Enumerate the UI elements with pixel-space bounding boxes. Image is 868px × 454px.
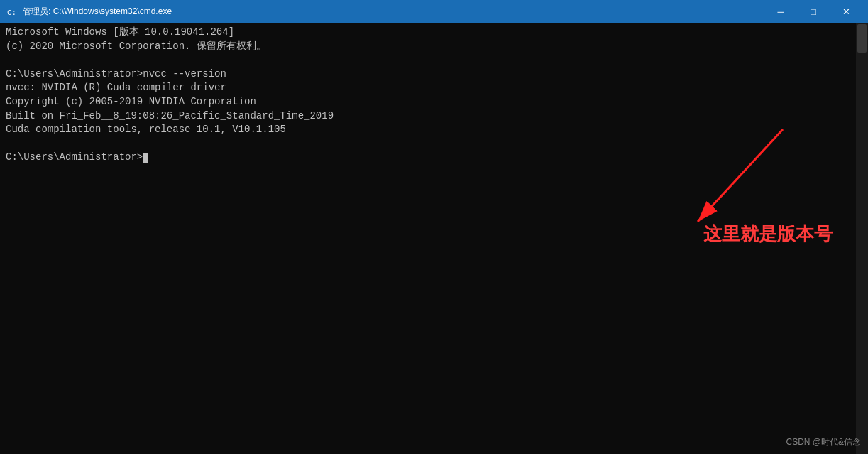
- terminal-line: C:\Users\Administrator>: [6, 151, 850, 165]
- window-controls: ─ □ ✕: [764, 0, 862, 23]
- scrollbar-thumb[interactable]: [857, 24, 867, 53]
- terminal-line: [6, 53, 850, 67]
- cmd-window: C: 管理员: C:\Windows\system32\cmd.exe ─ □ …: [0, 0, 868, 454]
- svg-text:C:: C:: [7, 9, 16, 17]
- maximize-button[interactable]: □: [797, 0, 830, 23]
- terminal-line: C:\Users\Administrator>nvcc --version: [6, 67, 850, 82]
- terminal-output[interactable]: Microsoft Windows [版本 10.0.19041.264](c)…: [0, 23, 856, 454]
- scrollbar[interactable]: [856, 23, 868, 454]
- terminal-line: nvcc: NVIDIA (R) Cuda compiler driver: [6, 81, 850, 95]
- terminal-line: Copyright (c) 2005-2019 NVIDIA Corporati…: [6, 95, 850, 109]
- terminal-line: (c) 2020 Microsoft Corporation. 保留所有权利。: [6, 40, 850, 54]
- terminal-cursor: [143, 153, 148, 163]
- terminal-line: Microsoft Windows [版本 10.0.19041.264]: [6, 26, 850, 40]
- terminal-line: Cuda compilation tools, release 10.1, V1…: [6, 123, 850, 137]
- content-area: Microsoft Windows [版本 10.0.19041.264](c)…: [0, 23, 868, 454]
- close-button[interactable]: ✕: [830, 0, 862, 23]
- title-bar: C: 管理员: C:\Windows\system32\cmd.exe ─ □ …: [0, 0, 868, 23]
- window-title: 管理员: C:\Windows\system32\cmd.exe: [23, 6, 764, 18]
- terminal-line: Built on Fri_Feb__8_19:08:26_Pacific_Sta…: [6, 109, 850, 124]
- cmd-icon: C:: [6, 6, 17, 17]
- minimize-button[interactable]: ─: [764, 0, 797, 23]
- terminal-line: [6, 137, 850, 151]
